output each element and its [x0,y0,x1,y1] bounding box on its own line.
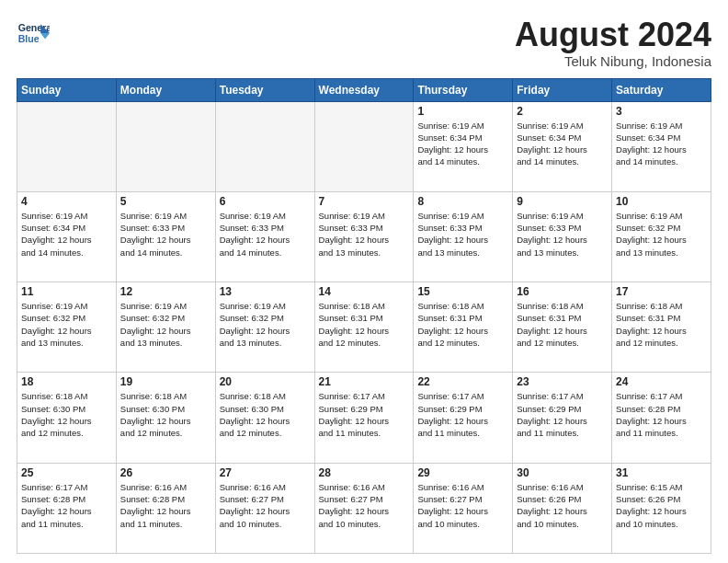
day-number: 8 [417,195,508,208]
day-info: Sunrise: 6:16 AM Sunset: 6:27 PM Dayligh… [417,481,508,530]
day-number: 31 [616,466,707,479]
day-info: Sunrise: 6:17 AM Sunset: 6:28 PM Dayligh… [21,481,112,530]
calendar-cell: 14Sunrise: 6:18 AM Sunset: 6:31 PM Dayli… [314,282,414,373]
day-info: Sunrise: 6:17 AM Sunset: 6:29 PM Dayligh… [517,390,608,439]
day-number: 21 [319,375,410,388]
calendar-cell: 25Sunrise: 6:17 AM Sunset: 6:28 PM Dayli… [17,463,117,553]
day-info: Sunrise: 6:16 AM Sunset: 6:26 PM Dayligh… [517,481,608,530]
day-number: 25 [21,466,112,479]
day-number: 9 [517,195,608,208]
calendar-cell: 2Sunrise: 6:19 AM Sunset: 6:34 PM Daylig… [513,101,612,191]
day-info: Sunrise: 6:18 AM Sunset: 6:30 PM Dayligh… [21,390,112,439]
calendar-cell [116,101,215,191]
logo-icon: General Blue [17,17,50,50]
weekday-header-wednesday: Wednesday [314,78,414,101]
day-number: 6 [220,195,311,208]
calendar-cell: 4Sunrise: 6:19 AM Sunset: 6:34 PM Daylig… [17,191,117,282]
day-number: 27 [220,466,311,479]
day-number: 2 [517,105,608,118]
weekday-header-sunday: Sunday [17,78,117,101]
day-number: 11 [21,285,112,298]
weekday-header-row: SundayMondayTuesdayWednesdayThursdayFrid… [17,78,711,101]
day-number: 18 [21,375,112,388]
day-number: 19 [120,375,211,388]
week-row-5: 25Sunrise: 6:17 AM Sunset: 6:28 PM Dayli… [17,463,711,553]
calendar-cell: 9Sunrise: 6:19 AM Sunset: 6:33 PM Daylig… [513,191,612,282]
day-number: 29 [417,466,508,479]
day-number: 12 [120,285,211,298]
day-info: Sunrise: 6:18 AM Sunset: 6:31 PM Dayligh… [616,300,707,349]
calendar-cell: 27Sunrise: 6:16 AM Sunset: 6:27 PM Dayli… [215,463,314,553]
calendar-cell: 31Sunrise: 6:15 AM Sunset: 6:26 PM Dayli… [612,463,711,553]
week-row-3: 11Sunrise: 6:19 AM Sunset: 6:32 PM Dayli… [17,282,711,373]
calendar-cell: 19Sunrise: 6:18 AM Sunset: 6:30 PM Dayli… [116,373,215,463]
location: Teluk Nibung, Indonesia [515,53,711,69]
day-info: Sunrise: 6:19 AM Sunset: 6:33 PM Dayligh… [120,210,211,259]
page: General Blue August 2024 Teluk Nibung, I… [0,0,728,563]
day-info: Sunrise: 6:19 AM Sunset: 6:32 PM Dayligh… [220,300,311,349]
day-number: 3 [616,105,707,118]
calendar-cell: 11Sunrise: 6:19 AM Sunset: 6:32 PM Dayli… [17,282,117,373]
calendar-cell: 6Sunrise: 6:19 AM Sunset: 6:33 PM Daylig… [215,191,314,282]
calendar-cell: 26Sunrise: 6:16 AM Sunset: 6:28 PM Dayli… [116,463,215,553]
calendar-cell: 22Sunrise: 6:17 AM Sunset: 6:29 PM Dayli… [414,373,513,463]
calendar-cell: 10Sunrise: 6:19 AM Sunset: 6:32 PM Dayli… [612,191,711,282]
day-number: 30 [517,466,608,479]
day-info: Sunrise: 6:18 AM Sunset: 6:30 PM Dayligh… [220,390,311,439]
day-info: Sunrise: 6:19 AM Sunset: 6:32 PM Dayligh… [120,300,211,349]
calendar-cell: 1Sunrise: 6:19 AM Sunset: 6:34 PM Daylig… [414,101,513,191]
calendar-cell: 15Sunrise: 6:18 AM Sunset: 6:31 PM Dayli… [414,282,513,373]
calendar-cell: 28Sunrise: 6:16 AM Sunset: 6:27 PM Dayli… [314,463,414,553]
day-info: Sunrise: 6:19 AM Sunset: 6:33 PM Dayligh… [417,210,508,259]
calendar-cell: 24Sunrise: 6:17 AM Sunset: 6:28 PM Dayli… [612,373,711,463]
weekday-header-monday: Monday [116,78,215,101]
day-info: Sunrise: 6:15 AM Sunset: 6:26 PM Dayligh… [616,481,707,530]
day-info: Sunrise: 6:17 AM Sunset: 6:29 PM Dayligh… [319,390,410,439]
calendar-cell: 23Sunrise: 6:17 AM Sunset: 6:29 PM Dayli… [513,373,612,463]
day-info: Sunrise: 6:19 AM Sunset: 6:34 PM Dayligh… [616,120,707,168]
logo: General Blue [17,17,50,50]
weekday-header-saturday: Saturday [612,78,711,101]
day-number: 24 [616,375,707,388]
week-row-2: 4Sunrise: 6:19 AM Sunset: 6:34 PM Daylig… [17,191,711,282]
calendar-cell [314,101,414,191]
day-info: Sunrise: 6:17 AM Sunset: 6:28 PM Dayligh… [616,390,707,439]
day-number: 20 [220,375,311,388]
day-number: 28 [319,466,410,479]
day-info: Sunrise: 6:18 AM Sunset: 6:31 PM Dayligh… [417,300,508,349]
svg-text:Blue: Blue [18,33,40,44]
day-number: 16 [517,285,608,298]
svg-marker-3 [40,33,50,40]
day-info: Sunrise: 6:19 AM Sunset: 6:32 PM Dayligh… [616,210,707,259]
month-title: August 2024 [515,17,711,53]
calendar-cell: 30Sunrise: 6:16 AM Sunset: 6:26 PM Dayli… [513,463,612,553]
calendar-cell: 18Sunrise: 6:18 AM Sunset: 6:30 PM Dayli… [17,373,117,463]
header: General Blue August 2024 Teluk Nibung, I… [17,17,711,69]
calendar-cell: 21Sunrise: 6:17 AM Sunset: 6:29 PM Dayli… [314,373,414,463]
calendar-cell: 17Sunrise: 6:18 AM Sunset: 6:31 PM Dayli… [612,282,711,373]
calendar-cell [17,101,117,191]
calendar-table: SundayMondayTuesdayWednesdayThursdayFrid… [17,78,711,554]
weekday-header-tuesday: Tuesday [215,78,314,101]
calendar-cell: 20Sunrise: 6:18 AM Sunset: 6:30 PM Dayli… [215,373,314,463]
calendar-cell: 12Sunrise: 6:19 AM Sunset: 6:32 PM Dayli… [116,282,215,373]
day-info: Sunrise: 6:19 AM Sunset: 6:33 PM Dayligh… [319,210,410,259]
weekday-header-thursday: Thursday [414,78,513,101]
day-info: Sunrise: 6:16 AM Sunset: 6:28 PM Dayligh… [120,481,211,530]
day-number: 14 [319,285,410,298]
day-info: Sunrise: 6:17 AM Sunset: 6:29 PM Dayligh… [417,390,508,439]
day-number: 10 [616,195,707,208]
week-row-4: 18Sunrise: 6:18 AM Sunset: 6:30 PM Dayli… [17,373,711,463]
day-info: Sunrise: 6:19 AM Sunset: 6:34 PM Dayligh… [517,120,608,168]
day-number: 17 [616,285,707,298]
day-info: Sunrise: 6:18 AM Sunset: 6:31 PM Dayligh… [517,300,608,349]
day-number: 5 [120,195,211,208]
day-info: Sunrise: 6:19 AM Sunset: 6:34 PM Dayligh… [21,210,112,259]
day-number: 4 [21,195,112,208]
day-number: 7 [319,195,410,208]
calendar-cell: 7Sunrise: 6:19 AM Sunset: 6:33 PM Daylig… [314,191,414,282]
calendar-cell: 3Sunrise: 6:19 AM Sunset: 6:34 PM Daylig… [612,101,711,191]
calendar-cell: 16Sunrise: 6:18 AM Sunset: 6:31 PM Dayli… [513,282,612,373]
calendar-cell: 8Sunrise: 6:19 AM Sunset: 6:33 PM Daylig… [414,191,513,282]
title-area: August 2024 Teluk Nibung, Indonesia [515,17,711,69]
